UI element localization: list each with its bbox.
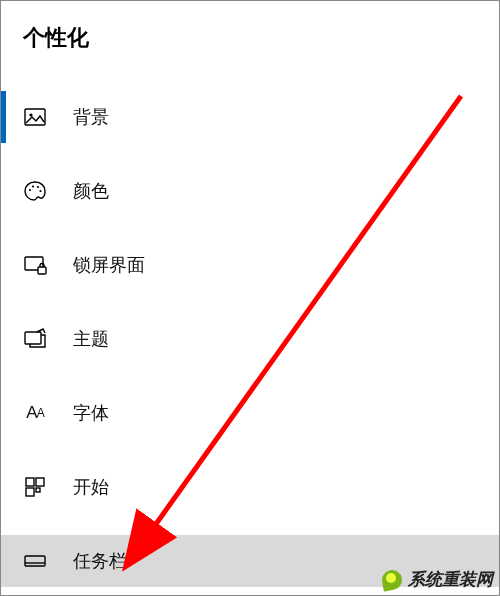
nav-item-taskbar[interactable]: 任务栏 — [1, 535, 499, 587]
personalization-panel: 个性化 背景 颜色 锁屏界面 主题 — [1, 1, 499, 595]
svg-point-5 — [39, 190, 41, 192]
svg-rect-11 — [26, 488, 34, 496]
nav-item-label: 开始 — [73, 475, 109, 499]
nav-item-lockscreen[interactable]: 锁屏界面 — [1, 239, 499, 291]
svg-rect-7 — [38, 267, 46, 274]
nav-item-label: 颜色 — [73, 179, 109, 203]
nav-item-fonts[interactable]: AA 字体 — [1, 387, 499, 439]
svg-point-4 — [37, 186, 39, 188]
svg-rect-12 — [36, 488, 40, 492]
svg-rect-9 — [26, 478, 34, 486]
svg-rect-10 — [36, 478, 44, 486]
fonts-icon: AA — [23, 401, 47, 425]
nav-item-start[interactable]: 开始 — [1, 461, 499, 513]
section-title: 个性化 — [1, 23, 499, 53]
themes-icon — [23, 327, 47, 351]
svg-rect-8 — [25, 332, 41, 344]
nav-item-label: 锁屏界面 — [73, 253, 145, 277]
nav-item-label: 背景 — [73, 105, 109, 129]
picture-icon — [23, 105, 47, 129]
svg-point-3 — [32, 185, 34, 187]
start-icon — [23, 475, 47, 499]
nav-item-colors[interactable]: 颜色 — [1, 165, 499, 217]
lockscreen-icon — [23, 253, 47, 277]
svg-point-2 — [29, 189, 31, 191]
svg-rect-0 — [25, 109, 45, 125]
taskbar-icon — [23, 549, 47, 573]
palette-icon — [23, 179, 47, 203]
settings-nav: 背景 颜色 锁屏界面 主题 AA 字体 — [1, 91, 499, 587]
nav-item-background[interactable]: 背景 — [1, 91, 499, 143]
nav-item-themes[interactable]: 主题 — [1, 313, 499, 365]
nav-item-label: 任务栏 — [73, 549, 127, 573]
nav-item-label: 主题 — [73, 327, 109, 351]
nav-item-label: 字体 — [73, 401, 109, 425]
svg-point-1 — [29, 113, 32, 116]
svg-rect-13 — [25, 556, 45, 566]
